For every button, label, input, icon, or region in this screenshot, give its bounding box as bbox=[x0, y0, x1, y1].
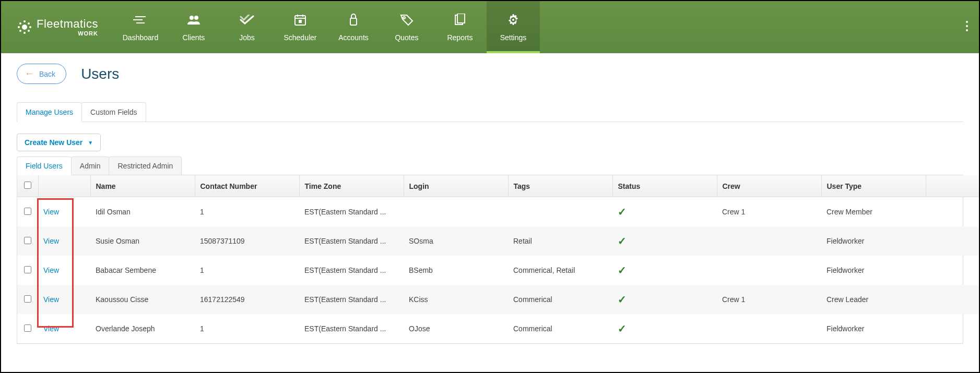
cell-status: ✓ bbox=[612, 285, 717, 314]
users-table-container: Name Contact Number Time Zone Login Tags… bbox=[17, 175, 963, 344]
jobs-icon bbox=[240, 13, 254, 27]
col-login[interactable]: Login bbox=[404, 175, 508, 197]
cell-name: Babacar Sembene bbox=[90, 256, 195, 285]
select-all-checkbox[interactable] bbox=[24, 182, 31, 189]
col-contact[interactable]: Contact Number bbox=[195, 175, 299, 197]
row-checkbox[interactable] bbox=[24, 295, 31, 303]
col-timezone[interactable]: Time Zone bbox=[299, 175, 404, 197]
sub-tab-field-users[interactable]: Field Users bbox=[17, 157, 72, 175]
nav-quotes[interactable]: Quotes bbox=[380, 1, 433, 53]
table-row: View Babacar Sembene 1 EST(Eastern Stand… bbox=[17, 256, 980, 285]
cell-status: ✓ bbox=[612, 226, 717, 256]
page-title: Users bbox=[81, 66, 119, 82]
cell-timezone: EST(Eastern Standard ... bbox=[299, 314, 404, 343]
col-tags[interactable]: Tags bbox=[508, 175, 612, 197]
svg-point-13 bbox=[194, 16, 198, 20]
col-name[interactable]: Name bbox=[90, 175, 195, 197]
col-status[interactable]: Status bbox=[612, 175, 717, 197]
users-table: Name Contact Number Time Zone Login Tags… bbox=[17, 175, 980, 343]
cell-user-type: Fieldworker bbox=[821, 314, 926, 343]
cell-actions bbox=[926, 256, 980, 285]
cell-tags: Retail bbox=[508, 226, 612, 256]
view-link[interactable]: View bbox=[43, 324, 59, 333]
cell-tags bbox=[508, 197, 612, 227]
svg-rect-19 bbox=[350, 18, 357, 25]
cell-actions bbox=[926, 197, 980, 227]
col-actions bbox=[926, 175, 980, 197]
cell-status: ✓ bbox=[612, 197, 717, 227]
cell-crew: Crew 1 bbox=[717, 197, 821, 227]
cell-user-type: Crew Leader bbox=[821, 285, 926, 314]
svg-point-6 bbox=[19, 30, 21, 32]
svg-point-20 bbox=[403, 17, 405, 19]
row-checkbox[interactable] bbox=[24, 266, 31, 273]
clients-icon bbox=[186, 13, 201, 27]
dropdown-caret-icon: ▼ bbox=[88, 140, 93, 146]
nav-reports[interactable]: Reports bbox=[433, 1, 487, 53]
col-select-all bbox=[17, 175, 38, 197]
row-checkbox[interactable] bbox=[24, 237, 31, 244]
cell-contact: 1 bbox=[195, 314, 299, 343]
svg-point-5 bbox=[23, 32, 26, 34]
col-crew[interactable]: Crew bbox=[717, 175, 821, 197]
cell-tags: Commerical bbox=[508, 314, 612, 343]
back-button[interactable]: ← Back bbox=[17, 64, 66, 84]
nav-accounts[interactable]: Accounts bbox=[327, 1, 380, 53]
create-new-user-button[interactable]: Create New User ▼ bbox=[17, 134, 101, 151]
nav-scheduler[interactable]: Scheduler bbox=[274, 1, 327, 53]
cell-contact: 1 bbox=[195, 256, 299, 285]
cell-tags: Commerical, Retail bbox=[508, 256, 612, 285]
view-link[interactable]: View bbox=[43, 266, 59, 274]
main-nav: Dashboard Clients Jobs Scheduler Account… bbox=[114, 1, 540, 53]
nav-settings[interactable]: Settings bbox=[487, 1, 540, 53]
table-row: View Kaoussou Cisse 16172122549 EST(East… bbox=[17, 285, 980, 314]
tab-manage-users[interactable]: Manage Users bbox=[17, 102, 82, 122]
svg-point-3 bbox=[29, 26, 31, 28]
row-checkbox[interactable] bbox=[24, 208, 31, 215]
svg-point-4 bbox=[28, 30, 30, 32]
page-header: ← Back Users bbox=[17, 64, 963, 84]
more-menu-button[interactable] bbox=[965, 20, 969, 34]
view-link[interactable]: View bbox=[43, 208, 59, 216]
user-type-tabs: Field Users Admin Restricted Admin bbox=[17, 157, 963, 175]
cell-actions bbox=[926, 314, 980, 343]
view-link[interactable]: View bbox=[43, 295, 59, 304]
cell-user-type: Fieldworker bbox=[821, 256, 926, 285]
svg-point-2 bbox=[28, 22, 30, 25]
nav-clients[interactable]: Clients bbox=[167, 1, 220, 53]
col-user-type[interactable]: User Type bbox=[821, 175, 926, 197]
quotes-icon bbox=[399, 13, 414, 27]
check-icon: ✓ bbox=[618, 235, 627, 247]
nav-dashboard[interactable]: Dashboard bbox=[114, 1, 167, 53]
cell-contact: 15087371109 bbox=[195, 226, 299, 256]
cell-name: Idil Osman bbox=[90, 197, 195, 227]
cell-login: BSemb bbox=[404, 256, 508, 285]
cell-user-type: Crew Member bbox=[821, 197, 926, 227]
sub-tab-admin[interactable]: Admin bbox=[71, 157, 110, 175]
cell-crew: Crew 1 bbox=[717, 285, 821, 314]
cell-timezone: EST(Eastern Standard ... bbox=[299, 197, 404, 227]
tab-custom-fields[interactable]: Custom Fields bbox=[81, 102, 146, 122]
logo-text: Fleetmatics bbox=[37, 18, 98, 30]
nav-jobs[interactable]: Jobs bbox=[220, 1, 274, 53]
svg-point-24 bbox=[966, 21, 968, 23]
row-checkbox[interactable] bbox=[24, 324, 31, 332]
cell-contact: 16172122549 bbox=[195, 285, 299, 314]
check-icon: ✓ bbox=[618, 323, 627, 334]
app-logo: Fleetmatics WORK bbox=[1, 18, 114, 37]
cell-crew bbox=[717, 314, 821, 343]
back-arrow-icon: ← bbox=[25, 68, 34, 79]
cell-name: Susie Osman bbox=[90, 226, 195, 256]
cell-timezone: EST(Eastern Standard ... bbox=[299, 256, 404, 285]
cell-crew bbox=[717, 256, 821, 285]
sub-tab-restricted-admin[interactable]: Restricted Admin bbox=[109, 157, 182, 175]
reports-icon bbox=[453, 13, 467, 27]
cell-login bbox=[404, 197, 508, 227]
cell-contact: 1 bbox=[195, 197, 299, 227]
table-row: View Overlande Joseph 1 EST(Eastern Stan… bbox=[17, 314, 980, 343]
svg-point-0 bbox=[22, 25, 27, 30]
cell-crew bbox=[717, 226, 821, 256]
view-link[interactable]: View bbox=[43, 237, 59, 245]
check-icon: ✓ bbox=[618, 264, 627, 276]
cell-status: ✓ bbox=[612, 256, 717, 285]
